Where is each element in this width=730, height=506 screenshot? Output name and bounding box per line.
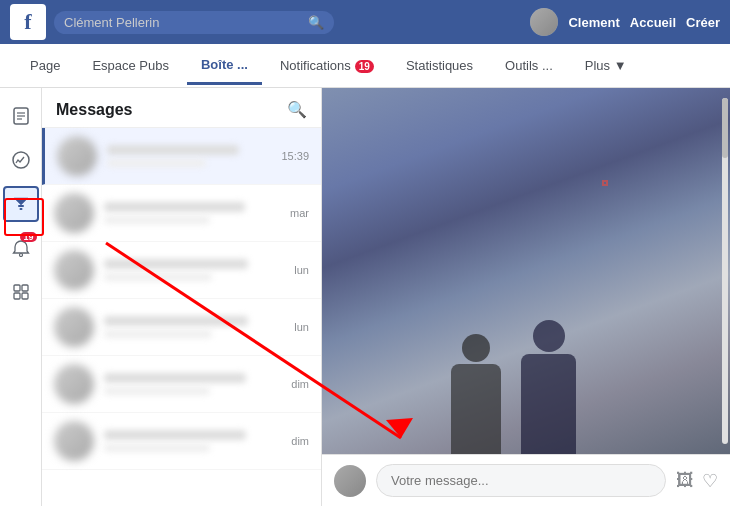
avatar-4 <box>54 307 94 347</box>
avatar-3 <box>54 250 94 290</box>
msg-name-4 <box>104 316 248 326</box>
tab-outils[interactable]: Outils ... <box>491 48 567 83</box>
messages-search-icon[interactable]: 🔍 <box>287 100 307 119</box>
message-item-4[interactable]: lun <box>42 299 321 356</box>
svg-point-8 <box>19 254 22 257</box>
scrollbar-track[interactable] <box>722 98 728 444</box>
msg-name-3 <box>104 259 248 269</box>
icon-sidebar: 19 <box>0 88 42 506</box>
main-layout: 19 Messages 🔍 15:39 <box>0 88 730 506</box>
topbar-right: Clement Accueil Créer <box>530 8 720 36</box>
messenger-sidebar-icon[interactable] <box>3 142 39 178</box>
chat-image <box>322 88 730 454</box>
search-bar[interactable]: 🔍 <box>54 11 334 34</box>
msg-time-5: dim <box>291 378 309 390</box>
messages-title: Messages <box>56 101 133 119</box>
chat-area: 🖼 ♡ <box>322 88 730 506</box>
notification-sidebar-icon[interactable]: 19 <box>3 230 39 266</box>
avatar <box>530 8 558 36</box>
svg-rect-7 <box>19 208 22 210</box>
msg-time-1: 15:39 <box>281 150 309 162</box>
msg-time-6: dim <box>291 435 309 447</box>
notifications-badge: 19 <box>355 60 374 73</box>
main-wrapper: 19 Messages 🔍 15:39 <box>0 88 730 506</box>
tab-page[interactable]: Page <box>16 48 74 83</box>
search-input[interactable] <box>64 15 304 30</box>
msg-preview-1 <box>107 159 206 167</box>
page-sidebar-icon[interactable] <box>3 98 39 134</box>
message-item-2[interactable]: mar <box>42 185 321 242</box>
topbar: f 🔍 Clement Accueil Créer <box>0 0 730 44</box>
avatar-6 <box>54 421 94 461</box>
svg-rect-9 <box>14 285 20 291</box>
tab-plus[interactable]: Plus ▼ <box>571 48 641 83</box>
msg-name-2 <box>104 202 245 212</box>
message-item-1[interactable]: 15:39 <box>42 128 321 185</box>
notification-badge: 19 <box>20 232 36 242</box>
message-item-5[interactable]: dim <box>42 356 321 413</box>
msg-preview-4 <box>104 330 212 338</box>
search-icon: 🔍 <box>308 15 324 30</box>
messages-header: Messages 🔍 <box>42 88 321 128</box>
avatar-5 <box>54 364 94 404</box>
svg-marker-5 <box>14 198 28 205</box>
tab-espace[interactable]: Espace Pubs <box>78 48 183 83</box>
messages-list: Messages 🔍 15:39 mar <box>42 88 322 506</box>
chat-input-bar: 🖼 ♡ <box>322 454 730 506</box>
msg-preview-5 <box>104 387 210 395</box>
msg-preview-3 <box>104 273 212 281</box>
grid-sidebar-icon[interactable] <box>3 274 39 310</box>
like-icon[interactable]: ♡ <box>702 470 718 492</box>
chat-sender-avatar <box>334 465 366 497</box>
avatar-2 <box>54 193 94 233</box>
msg-time-2: mar <box>290 207 309 219</box>
nav-tabs: Page Espace Pubs Boîte ... Notifications… <box>0 44 730 88</box>
msg-time-4: lun <box>294 321 309 333</box>
svg-rect-6 <box>18 205 24 207</box>
msg-time-3: lun <box>294 264 309 276</box>
svg-rect-11 <box>14 293 20 299</box>
tab-notifications[interactable]: Notifications19 <box>266 48 388 83</box>
msg-name-6 <box>104 430 246 440</box>
image-attach-icon[interactable]: 🖼 <box>676 470 694 491</box>
msg-name-1 <box>107 145 239 155</box>
accueil-link[interactable]: Accueil <box>630 15 676 30</box>
message-item-3[interactable]: lun <box>42 242 321 299</box>
creer-link[interactable]: Créer <box>686 15 720 30</box>
chat-content <box>322 88 730 454</box>
message-input[interactable] <box>376 464 666 497</box>
svg-rect-10 <box>22 285 28 291</box>
message-item-6[interactable]: dim <box>42 413 321 470</box>
avatar-1 <box>57 136 97 176</box>
tab-boite[interactable]: Boîte ... <box>187 47 262 85</box>
msg-preview-2 <box>104 216 210 224</box>
tab-statistiques[interactable]: Statistiques <box>392 48 487 83</box>
msg-name-5 <box>104 373 246 383</box>
fb-logo: f <box>10 4 46 40</box>
chat-input-icons: 🖼 ♡ <box>676 470 718 492</box>
svg-rect-12 <box>22 293 28 299</box>
home-link[interactable]: Clement <box>568 15 619 30</box>
scrollbar-thumb[interactable] <box>722 98 728 158</box>
msg-preview-6 <box>104 444 210 452</box>
filter-sidebar-icon[interactable] <box>3 186 39 222</box>
